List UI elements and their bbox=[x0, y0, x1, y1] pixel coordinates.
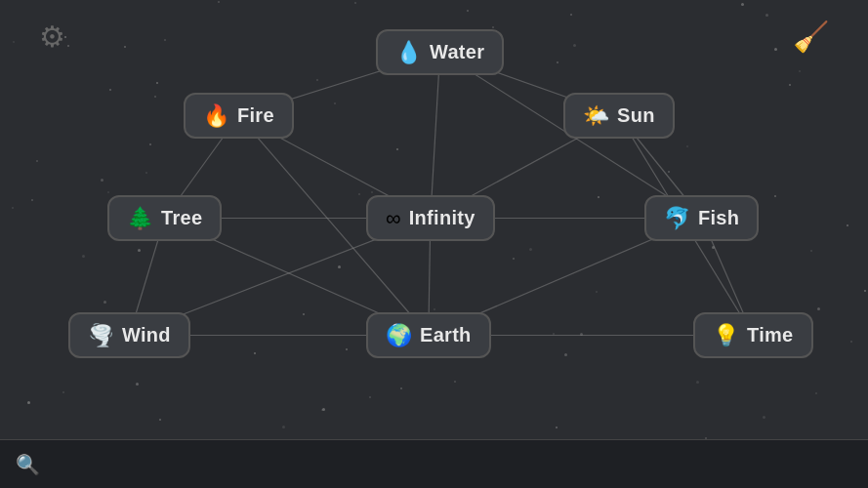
node-label-fish: Fish bbox=[698, 207, 739, 229]
node-label-tree: Tree bbox=[161, 207, 202, 229]
node-label-fire: Fire bbox=[237, 104, 274, 127]
node-emoji-tree: 🌲 bbox=[127, 208, 153, 229]
search-icon: 🔍 bbox=[16, 453, 40, 476]
node-label-earth: Earth bbox=[420, 324, 472, 346]
node-tree[interactable]: 🌲Tree bbox=[107, 195, 222, 241]
node-emoji-fish: 🐬 bbox=[664, 208, 690, 229]
node-label-wind: Wind bbox=[122, 324, 171, 346]
search-bar: 🔍 bbox=[0, 439, 868, 488]
node-infinity[interactable]: ∞Infinity bbox=[366, 195, 495, 241]
node-label-time: Time bbox=[747, 324, 794, 346]
search-input[interactable] bbox=[50, 456, 852, 473]
node-time[interactable]: 💡Time bbox=[693, 312, 813, 358]
node-label-water: Water bbox=[430, 41, 484, 63]
node-emoji-time: 💡 bbox=[713, 325, 739, 346]
node-emoji-sun: 🌤️ bbox=[583, 105, 609, 127]
node-fish[interactable]: 🐬Fish bbox=[644, 195, 759, 241]
node-water[interactable]: 💧Water bbox=[376, 29, 504, 75]
node-fire[interactable]: 🔥Fire bbox=[184, 93, 294, 139]
node-earth[interactable]: 🌍Earth bbox=[366, 312, 491, 358]
node-label-infinity: Infinity bbox=[409, 207, 475, 229]
node-emoji-fire: 🔥 bbox=[203, 105, 229, 127]
node-emoji-wind: 🌪️ bbox=[88, 325, 114, 346]
node-emoji-earth: 🌍 bbox=[386, 325, 412, 346]
settings-icon[interactable]: ⚙ bbox=[39, 20, 65, 54]
node-emoji-infinity: ∞ bbox=[386, 208, 401, 229]
svg-line-2 bbox=[431, 53, 440, 219]
node-label-sun: Sun bbox=[617, 104, 655, 127]
clear-icon[interactable]: 🧹 bbox=[793, 20, 829, 54]
node-wind[interactable]: 🌪️Wind bbox=[68, 312, 190, 358]
node-sun[interactable]: 🌤️Sun bbox=[563, 93, 675, 139]
node-emoji-water: 💧 bbox=[395, 42, 422, 63]
